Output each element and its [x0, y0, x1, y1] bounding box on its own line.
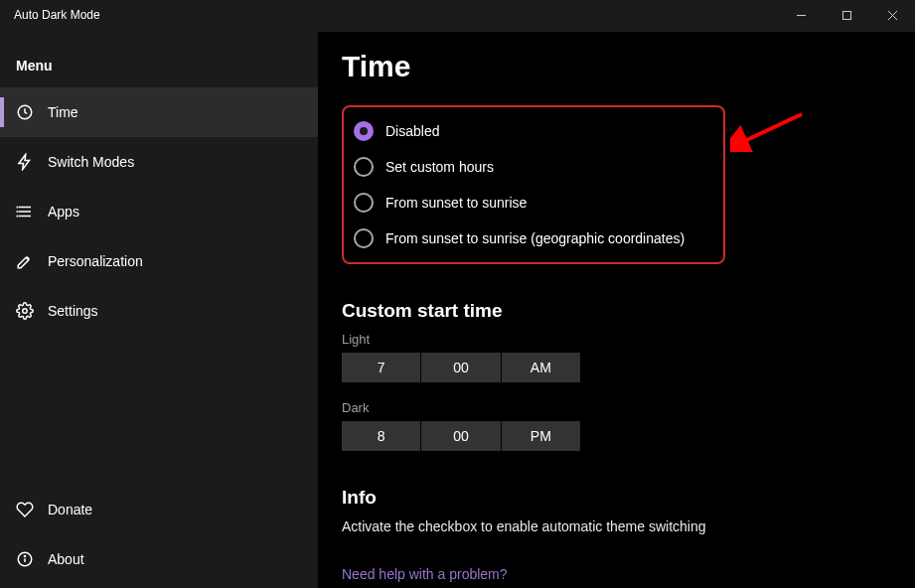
radio-custom-hours[interactable]: Set custom hours	[354, 157, 713, 177]
heart-icon	[16, 501, 34, 518]
light-time-input[interactable]: 7 00 AM	[342, 353, 580, 382]
radio-label: Set custom hours	[385, 159, 494, 175]
radio-sunset-sunrise[interactable]: From sunset to sunrise	[354, 193, 713, 213]
sidebar-item-label: Donate	[48, 502, 92, 517]
page-title: Time	[342, 50, 891, 83]
sidebar-nav: Time Switch Modes Apps	[0, 87, 318, 485]
apps-icon	[16, 203, 34, 220]
sidebar-header: Menu	[0, 38, 318, 87]
radio-disabled[interactable]: Disabled	[354, 121, 713, 141]
sidebar-item-label: Time	[48, 104, 78, 120]
sidebar-item-label: Switch Modes	[48, 154, 134, 170]
maximize-button[interactable]	[824, 0, 869, 30]
radio-label: From sunset to sunrise	[385, 195, 527, 211]
light-time-label: Light	[342, 332, 891, 347]
svg-point-11	[23, 309, 28, 314]
app-title: Auto Dark Mode	[0, 0, 114, 30]
radio-label: From sunset to sunrise (geographic coord…	[385, 230, 685, 246]
sidebar-item-settings[interactable]: Settings	[0, 286, 318, 336]
info-text: Activate the checkbox to enable automati…	[342, 518, 891, 534]
sidebar-item-about[interactable]: About	[0, 534, 318, 584]
sidebar-item-label: Settings	[48, 303, 98, 319]
window-controls	[778, 0, 915, 30]
sidebar-item-time[interactable]: Time	[0, 87, 318, 137]
gear-icon	[16, 302, 34, 320]
pencil-icon	[16, 252, 34, 270]
sidebar-footer: Donate About	[0, 485, 318, 588]
radio-circle-icon	[354, 157, 374, 177]
sidebar-item-apps[interactable]: Apps	[0, 187, 318, 236]
custom-start-title: Custom start time	[342, 300, 891, 322]
radio-circle-icon	[354, 121, 374, 141]
light-ampm[interactable]: AM	[502, 353, 580, 382]
dark-ampm[interactable]: PM	[502, 421, 580, 451]
svg-point-14	[24, 555, 25, 556]
sidebar-item-label: About	[48, 551, 84, 567]
radio-sunset-sunrise-geo[interactable]: From sunset to sunrise (geographic coord…	[354, 228, 713, 248]
svg-point-10	[17, 216, 18, 217]
info-title: Info	[342, 487, 891, 509]
help-link[interactable]: Need help with a problem?	[342, 566, 891, 582]
dark-time-label: Dark	[342, 400, 891, 415]
lightning-icon	[16, 153, 34, 171]
sidebar-item-donate[interactable]: Donate	[0, 485, 318, 534]
sidebar-item-label: Personalization	[48, 253, 143, 269]
radio-circle-icon	[354, 228, 374, 248]
dark-hour[interactable]: 8	[342, 421, 421, 451]
clock-icon	[16, 103, 34, 121]
schedule-mode-radio-group: Disabled Set custom hours From sunset to…	[342, 105, 725, 264]
svg-rect-1	[842, 11, 850, 19]
svg-point-9	[17, 212, 18, 213]
info-icon	[16, 550, 34, 568]
main-content: Time Disabled Set custom hours From suns…	[318, 32, 915, 588]
close-button[interactable]	[869, 0, 915, 30]
minimize-button[interactable]	[778, 0, 824, 30]
sidebar: Menu Time Switch Modes	[0, 32, 318, 588]
window-titlebar: Auto Dark Mode	[0, 0, 915, 32]
sidebar-item-switch-modes[interactable]: Switch Modes	[0, 137, 318, 187]
light-minute[interactable]: 00	[421, 353, 501, 382]
radio-label: Disabled	[385, 123, 439, 139]
svg-point-8	[17, 207, 18, 208]
light-hour[interactable]: 7	[342, 353, 421, 382]
dark-minute[interactable]: 00	[421, 421, 501, 451]
sidebar-item-personalization[interactable]: Personalization	[0, 236, 318, 286]
dark-time-input[interactable]: 8 00 PM	[342, 421, 580, 451]
radio-circle-icon	[354, 193, 374, 213]
sidebar-item-label: Apps	[48, 204, 79, 220]
